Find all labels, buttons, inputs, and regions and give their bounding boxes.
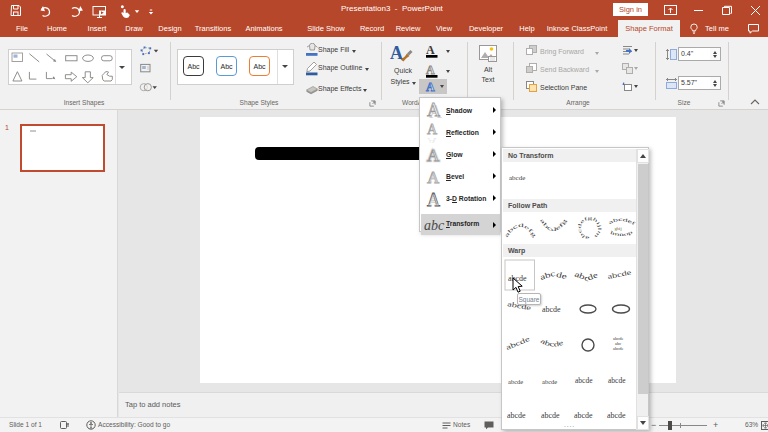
svg-text:abcde: abcde [541,411,560,420]
svg-text:abcdef: abcdef [608,217,636,227]
svg-text:A: A [426,63,435,77]
svg-text:abcde: abcde [542,305,561,314]
svg-text:A: A [427,101,440,120]
svg-text:abcde: abcde [575,376,593,385]
svg-text:abcde: abcde [508,378,523,385]
svg-text:abcdefg: abcdefg [504,223,538,240]
svg-text:abcde: abcde [573,269,599,283]
svg-text:abc: abc [424,218,445,233]
svg-text:A: A [427,136,437,143]
svg-text:A: A [426,80,435,94]
svg-text:A: A [427,146,440,165]
svg-text:abcdefg: abcdefg [539,217,568,233]
svg-text:abcde: abcde [607,269,632,281]
svg-text:A: A [427,122,438,137]
svg-text:ghij: ghij [615,226,622,231]
svg-text:A: A [426,43,435,57]
svg-text:abcde: abcde [505,335,531,352]
svg-text:abcde: abcde [574,411,593,420]
svg-text:abcde: abcde [539,269,568,282]
svg-text:A: A [429,193,440,208]
svg-text:A: A [390,43,403,63]
svg-text:A: A [429,170,439,185]
svg-text:abcde: abcde [613,346,624,351]
svg-text:abcde: abcde [539,337,564,349]
svg-text:abcde: abcde [542,378,557,385]
svg-text:abcde: abcde [507,411,526,420]
svg-text:abcde: abcde [607,411,626,420]
svg-text:lmnop: lmnop [609,229,634,237]
svg-text:abcdefghijlm: abcdefghijlm [577,215,603,241]
svg-text:abcde: abcde [608,376,626,385]
